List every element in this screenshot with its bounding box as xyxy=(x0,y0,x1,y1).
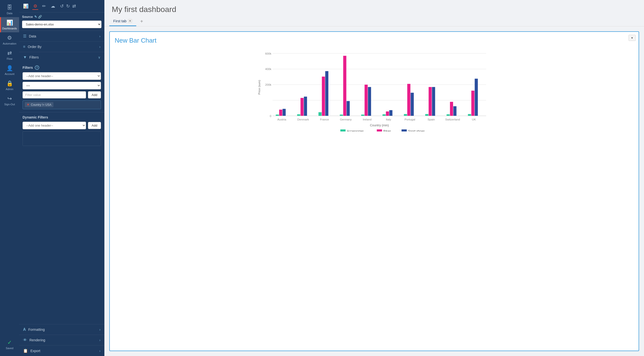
bar-austria-shoes xyxy=(282,109,286,116)
automation-icon: ⚙ xyxy=(7,35,12,41)
bar-uk-acc xyxy=(468,114,471,116)
sidebar-bottom-menu: A Formatting › 👁 Rendering › 📋 Export › xyxy=(19,324,104,356)
svg-text:Germany: Germany xyxy=(340,118,352,121)
orderby-chevron-icon: › xyxy=(99,45,100,49)
svg-text:Denmark: Denmark xyxy=(297,118,309,121)
dashboards-icon: 📊 xyxy=(6,19,13,26)
svg-text:400k: 400k xyxy=(265,67,271,70)
nav-item-dashboards[interactable]: 📊 Dashboards xyxy=(0,17,19,32)
filter-remove-icon[interactable]: ✕ xyxy=(27,103,30,106)
source-label: Source ✎ 🔗 xyxy=(22,15,102,18)
bar-germany-acc xyxy=(340,115,343,116)
chart-options-button[interactable]: ▾ xyxy=(628,35,636,41)
bar-germany-shoes xyxy=(346,101,350,116)
transfer-icon[interactable]: ⇄ xyxy=(71,2,77,10)
active-indicator xyxy=(0,17,1,32)
bar-spain-bikes xyxy=(428,87,432,116)
saved-label: Saved xyxy=(6,347,13,350)
sidebar-filters-item[interactable]: ▼ Filters ∨ xyxy=(19,52,104,62)
export-label: Export xyxy=(30,349,40,353)
filter-tag-label: Country != USA xyxy=(31,103,52,106)
nav-item-data[interactable]: 🗄 Data xyxy=(0,2,19,17)
sidebar-filters-label: Filters xyxy=(30,55,39,59)
undo-redo-group: ↺ ↻ ⇄ xyxy=(59,2,77,10)
nav-label-automation: Automation xyxy=(3,42,16,45)
tab-dropdown-button[interactable]: ▾ xyxy=(128,19,132,23)
filter-value-row: Add xyxy=(22,91,101,98)
dynamic-filter-add-button[interactable]: Add xyxy=(88,122,101,129)
sidebar-orderby-item[interactable]: ≡ Order By › xyxy=(19,41,104,52)
filters-help-icon[interactable]: ? xyxy=(35,65,39,70)
sidebar-export-item[interactable]: 📋 Export › xyxy=(19,345,104,356)
sidebar-rendering-item[interactable]: 👁 Rendering › xyxy=(19,335,104,345)
account-icon: 👤 xyxy=(6,65,13,71)
bar-uk-bikes xyxy=(471,91,474,116)
data-menu-icon: ☰ xyxy=(23,34,26,38)
svg-text:UK: UK xyxy=(472,118,476,121)
legend-accessories-swatch xyxy=(340,129,346,132)
source-edit-icon[interactable]: ✎ xyxy=(34,15,37,18)
pencil-tool-icon[interactable]: ✏ xyxy=(41,2,47,10)
dynamic-filters-section: Dynamic Filters --Add one header-- Add xyxy=(19,112,104,149)
sidebar-formatting-item[interactable]: A Formatting › xyxy=(19,324,104,335)
nav-item-account[interactable]: 👤 Account xyxy=(0,63,19,78)
add-tab-button[interactable]: + xyxy=(137,17,146,26)
svg-text:Spain: Spain xyxy=(428,118,435,121)
svg-text:Switzerland: Switzerland xyxy=(445,118,460,121)
nav-label-dashboards: Dashboards xyxy=(2,27,17,30)
undo-icon[interactable]: ↺ xyxy=(59,2,65,10)
tab-first-label: First tab xyxy=(113,19,126,23)
bar-denmark-acc xyxy=(297,114,300,116)
bar-spain-shoes xyxy=(432,87,435,116)
chart-title: New Bar Chart xyxy=(115,37,634,44)
source-edit-icons: ✎ 🔗 xyxy=(34,15,42,18)
filters-section: Filters ? --Add one header-- == Add ✕ Co… xyxy=(19,62,104,112)
settings-tool-icon[interactable]: ⚙ xyxy=(32,2,38,10)
export-left: 📋 Export xyxy=(23,349,40,353)
svg-text:Austria: Austria xyxy=(278,118,286,121)
svg-text:Italy: Italy xyxy=(386,118,391,121)
dynamic-filter-select[interactable]: --Add one header-- xyxy=(22,122,86,129)
dynamic-filters-label: Dynamic Filters xyxy=(22,115,48,119)
filter-value-input[interactable] xyxy=(22,91,86,98)
nav-label-data: Data xyxy=(6,12,12,15)
source-link-icon[interactable]: 🔗 xyxy=(38,15,42,18)
cloud-tool-icon[interactable]: ☁ xyxy=(50,2,56,10)
nav-item-automation[interactable]: ⚙ Automation xyxy=(0,32,19,47)
admin-icon: 🔒 xyxy=(6,80,13,87)
barchart-tool-icon[interactable]: 📊 xyxy=(22,2,30,10)
filter-add-button[interactable]: Add xyxy=(88,91,101,98)
filter-operator-select[interactable]: == xyxy=(22,82,101,89)
bar-uk-shoes xyxy=(475,79,478,116)
svg-text:Price (sum): Price (sum) xyxy=(258,80,261,94)
source-text: Source xyxy=(22,15,33,18)
bar-france-bikes xyxy=(322,77,325,116)
redo-icon[interactable]: ↻ xyxy=(65,2,71,10)
nav-item-flow[interactable]: ⇄ Flow xyxy=(0,47,19,63)
bar-italy-shoes xyxy=(390,110,392,116)
chart-container: ▾ New Bar Chart 600k 400k 200k 0 Price (… xyxy=(109,31,639,351)
filter-header-select[interactable]: --Add one header-- xyxy=(22,72,101,80)
bar-ireland-acc xyxy=(361,115,364,116)
bar-denmark-bikes xyxy=(300,98,304,116)
legend-shoes-label: Sport shoes xyxy=(408,129,425,131)
sidebar-data-label: Data xyxy=(29,34,36,38)
rendering-label: Rendering xyxy=(30,338,45,342)
bar-switzerland-shoes xyxy=(453,106,456,116)
sidebar-data-item[interactable]: ☰ Data › xyxy=(19,31,104,41)
saved-indicator: ✓ Saved xyxy=(0,337,19,352)
bar-spain-acc xyxy=(425,114,428,116)
sidebar: 📊 ⚙ ✏ ☁ ↺ ↻ ⇄ Source ✎ 🔗 Sales-demo-en.x… xyxy=(19,0,104,356)
filters-header-label: Filters xyxy=(22,66,33,69)
source-select[interactable]: Sales-demo-en.xlsx xyxy=(22,20,102,28)
bar-switzerland-bikes xyxy=(450,102,453,116)
checkmark-icon: ✓ xyxy=(7,339,12,346)
tab-first[interactable]: First tab ▾ xyxy=(109,16,136,26)
bar-france-shoes xyxy=(325,71,328,116)
nav-item-admin[interactable]: 🔒 Admin xyxy=(0,78,19,93)
bar-italy-acc xyxy=(382,114,386,116)
sidebar-toolbar: 📊 ⚙ ✏ ☁ ↺ ↻ ⇄ xyxy=(19,0,104,12)
nav-item-signout[interactable]: ↪ Sign-Out xyxy=(0,93,19,108)
source-section: Source ✎ 🔗 Sales-demo-en.xlsx xyxy=(19,12,104,31)
svg-text:200k: 200k xyxy=(265,83,271,86)
